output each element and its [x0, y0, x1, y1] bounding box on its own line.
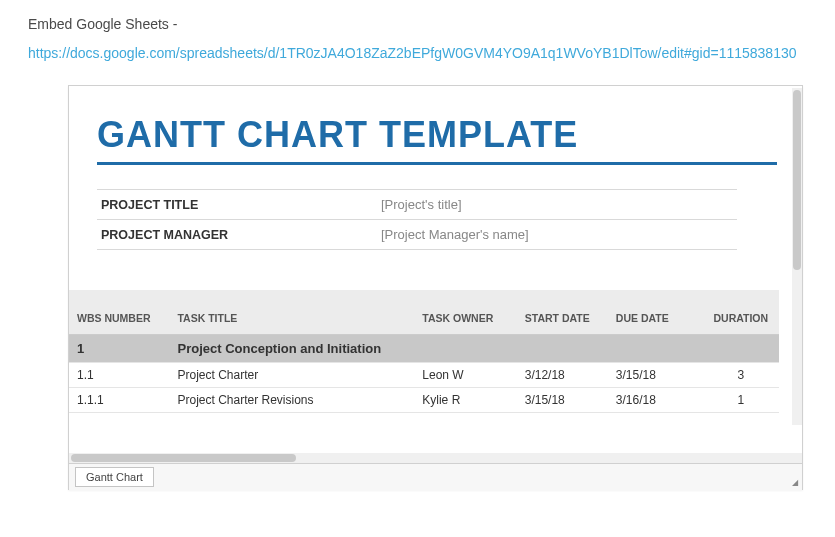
meta-label: PROJECT TITLE: [97, 190, 377, 220]
sheet-viewport: GANTT CHART TEMPLATE PROJECT TITLE [Proj…: [69, 86, 802, 453]
cell-section-title: Project Conception and Initiation: [171, 335, 779, 363]
meta-label: PROJECT MANAGER: [97, 220, 377, 250]
meta-value: [Project Manager's name]: [377, 220, 737, 250]
sheet-title: GANTT CHART TEMPLATE: [97, 114, 777, 165]
col-header-owner: TASK OWNER: [416, 290, 518, 335]
cell-owner: Leon W: [416, 363, 518, 388]
cell-duration: 3: [701, 363, 779, 388]
sheets-embed: GANTT CHART TEMPLATE PROJECT TITLE [Proj…: [68, 85, 803, 490]
horizontal-scrollbar-track[interactable]: [69, 453, 802, 463]
vertical-scrollbar-track[interactable]: [792, 88, 802, 425]
col-header-task: TASK TITLE: [171, 290, 416, 335]
cell-due: 3/15/18: [610, 363, 701, 388]
cell-duration: 1: [701, 388, 779, 413]
project-meta-table: PROJECT TITLE [Project's title] PROJECT …: [97, 189, 737, 250]
cell-owner: Kylie R: [416, 388, 518, 413]
cell-wbs: 1.1.1: [69, 388, 171, 413]
cell-wbs: 1.1: [69, 363, 171, 388]
vertical-scrollbar-thumb[interactable]: [793, 90, 801, 270]
cell-start: 3/15/18: [519, 388, 610, 413]
horizontal-scrollbar-thumb[interactable]: [71, 454, 296, 462]
sheet-url-link[interactable]: https://docs.google.com/spreadsheets/d/1…: [28, 45, 797, 61]
resize-icon: ◢: [792, 478, 798, 487]
col-header-duration: DURATION: [701, 290, 779, 335]
cell-task: Project Charter: [171, 363, 416, 388]
task-row: 1.1.1 Project Charter Revisions Kylie R …: [69, 388, 779, 413]
col-header-start: START DATE: [519, 290, 610, 335]
meta-row: PROJECT TITLE [Project's title]: [97, 190, 737, 220]
sheet-tab-bar: Gantt Chart ◢: [69, 463, 802, 490]
cell-task: Project Charter Revisions: [171, 388, 416, 413]
intro-text: Embed Google Sheets -: [28, 16, 807, 32]
col-header-due: DUE DATE: [610, 290, 701, 335]
meta-value: [Project's title]: [377, 190, 737, 220]
meta-row: PROJECT MANAGER [Project Manager's name]: [97, 220, 737, 250]
cell-start: 3/12/18: [519, 363, 610, 388]
sheet-tab[interactable]: Gantt Chart: [75, 467, 154, 487]
task-table-wrap: WBS NUMBER TASK TITLE TASK OWNER START D…: [69, 290, 779, 413]
task-row: 1.1 Project Charter Leon W 3/12/18 3/15/…: [69, 363, 779, 388]
task-section-row: 1 Project Conception and Initiation: [69, 335, 779, 363]
cell-wbs: 1: [69, 335, 171, 363]
col-header-wbs: WBS NUMBER: [69, 290, 171, 335]
cell-due: 3/16/18: [610, 388, 701, 413]
task-table: WBS NUMBER TASK TITLE TASK OWNER START D…: [69, 290, 779, 413]
page-root: Embed Google Sheets - https://docs.googl…: [0, 0, 835, 490]
task-header-row: WBS NUMBER TASK TITLE TASK OWNER START D…: [69, 290, 779, 335]
sheet-body: GANTT CHART TEMPLATE PROJECT TITLE [Proj…: [69, 86, 802, 413]
